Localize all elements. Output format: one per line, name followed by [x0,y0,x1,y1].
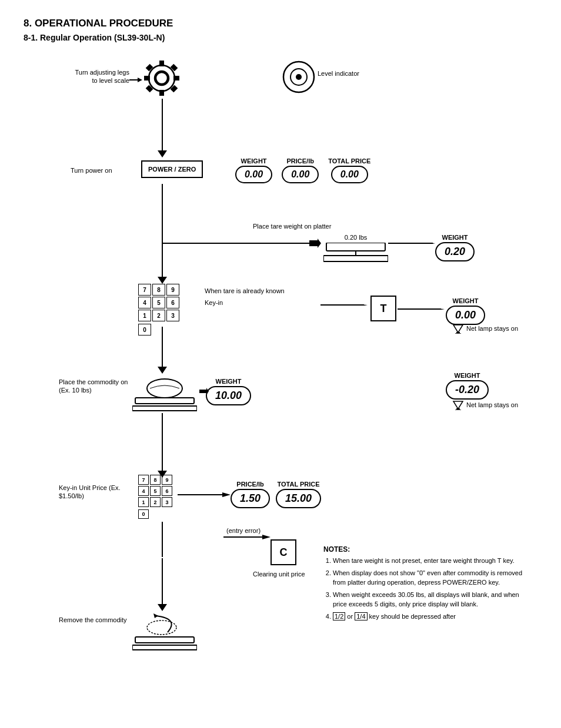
level-indicator-icon [282,61,315,95]
place-commodity-label: Place the commodity on (Ex. 10 lbs) [59,378,135,394]
keypad-small-key-8[interactable]: 8 [150,475,161,485]
net-lamp-2: Net lamp stays on [452,400,518,410]
vline-6 [162,522,163,557]
display-row-1: WEIGHT 0.00 PRICE/lb 0.00 TOTAL PRICE 0.… [235,157,370,183]
key-in-unit-label: Key-in Unit Price (Ex. $1.50/lb) [59,484,135,500]
svg-point-29 [147,379,182,398]
total-price-display-1: TOTAL PRICE 0.00 [328,157,370,183]
svg-rect-2 [159,61,164,66]
svg-rect-5 [173,76,179,80]
svg-marker-37 [222,492,231,497]
keypad-main: 789456123 0 [138,284,179,336]
notes-section: NOTES: When tare weight is not preset, e… [323,545,523,623]
arrow-down-2 [158,277,167,284]
gear-icon [141,58,182,100]
arrow-to-T [320,304,368,306]
svg-point-15 [296,74,302,80]
vline-7 [162,558,163,605]
svg-marker-16 [309,239,321,248]
price-per-lb-display-1: PRICE/lb 0.00 [282,157,319,183]
keypad-small-key-0[interactable]: 0 [138,509,149,519]
svg-marker-12 [138,78,142,82]
t-button[interactable]: T [370,296,396,321]
arrow-to-price [178,491,231,498]
keypad-small-key-7[interactable]: 7 [138,475,149,485]
note-4: 1/2 or 1/4 key should be depressed after [333,612,523,622]
weight-020-group: WEIGHT 0.20 [435,234,475,261]
keypad-small-key-6[interactable]: 6 [162,486,172,496]
svg-point-10 [156,72,168,84]
keypad-key-4[interactable]: 4 [138,297,151,308]
total-1500-display: TOTAL PRICE 15.00 [276,481,321,508]
svg-marker-33 [453,401,463,409]
arrow-right-tare [309,239,321,248]
svg-rect-31 [132,406,197,411]
arrow-to-gear [129,76,142,83]
turn-adjusting-label: Turn adjusting legs to level scale [71,68,129,85]
section-title: 8. OPERATIONAL PROCEDURE [24,18,537,29]
net-lamp-1: Net lamp stays on [452,323,518,334]
keypad-small-key-3[interactable]: 3 [162,497,172,507]
key-in-label: Key-in [205,298,223,307]
svg-rect-17 [326,243,385,251]
svg-rect-19 [323,256,388,261]
keypad-key-7[interactable]: 7 [138,284,151,296]
level-indicator-label: Level indicator [318,69,359,78]
arrow-down-1 [158,150,167,157]
svg-marker-26 [453,325,463,333]
svg-rect-42 [135,637,194,643]
keypad-key-9[interactable]: 9 [166,284,179,296]
keypad-key-3[interactable]: 3 [166,310,179,321]
keypad-key-5[interactable]: 5 [152,297,165,308]
keypad-small-key-5[interactable]: 5 [150,486,161,496]
operational-diagram: Turn adjusting legs to level scale Level… [24,52,535,669]
vline-5 [162,413,163,472]
power-zero-box: POWER / ZERO [141,160,203,178]
hline-tare-weight [388,243,435,244]
keypad-small-key-1[interactable]: 1 [138,497,149,507]
note-2: When display does not show "0" even afte… [333,568,523,588]
remove-commodity-label: Remove the commodity [59,616,135,624]
entry-error-label: (entry error) [226,526,261,535]
svg-marker-32 [199,388,209,395]
weight-neg020-group: WEIGHT -0.20 [446,372,489,400]
keypad-key-0[interactable]: 0 [138,324,151,336]
svg-point-0 [149,65,175,91]
price-total-row: PRICE/lb 1.50 TOTAL PRICE 15.00 [231,481,321,508]
keypad-key-2[interactable]: 2 [152,310,165,321]
place-tare-label: Place tare weight on platter [253,222,331,230]
price-150-display: PRICE/lb 1.50 [231,481,270,508]
c-button[interactable]: C [271,539,296,565]
weight-display-1: WEIGHT 0.00 [235,157,272,183]
vline-1 [162,99,163,152]
vline-4 [162,327,163,368]
vline-2 [162,184,163,243]
weight-1000-group: WEIGHT 10.00 [206,378,251,405]
svg-marker-40 [153,613,158,618]
hline-T-weight [398,308,445,310]
weight-000-group: WEIGHT 0.00 [446,297,485,325]
keypad-small: 789456123 0 [138,475,172,519]
svg-rect-4 [144,76,150,80]
keypad-key-1[interactable]: 1 [138,310,151,321]
when-tare-label: When tare is already known [205,287,285,295]
keypad-key-6[interactable]: 6 [166,297,179,308]
tare-platter-area: 0.20 lbs [323,234,388,266]
svg-point-1 [155,71,169,85]
note-1: When tare weight is not preset, enter ta… [333,556,523,566]
clearing-label: Clearing unit price [253,570,305,578]
keypad-key-8[interactable]: 8 [152,284,165,296]
turn-power-label: Turn power on [71,166,112,175]
keypad-small-key-4[interactable]: 4 [138,486,149,496]
svg-point-41 [147,620,176,635]
remove-scale-icon [132,610,197,653]
keypad-small-key-9[interactable]: 9 [162,475,172,485]
hline-to-tare [162,243,315,244]
svg-rect-30 [135,398,194,404]
svg-rect-43 [132,645,197,650]
keypad-small-key-2[interactable]: 2 [150,497,161,507]
subsection-title: 8-1. Regular Operation (SL39-30L-N) [24,33,537,42]
svg-rect-3 [159,90,164,96]
svg-marker-39 [262,535,271,539]
arrow-to-weight1000 [199,388,209,395]
